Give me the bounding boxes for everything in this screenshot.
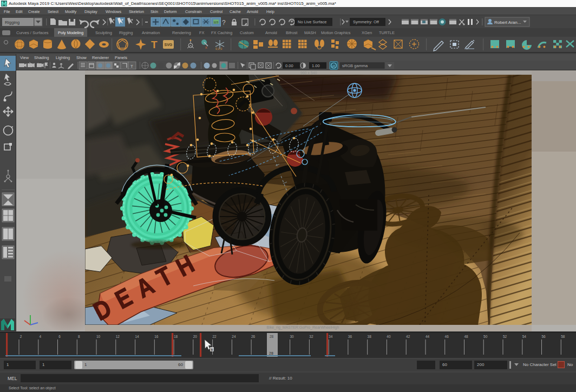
svg-text:28: 28 bbox=[269, 351, 273, 355]
svg-text:4: 4 bbox=[39, 335, 41, 338]
svg-text:58: 58 bbox=[561, 335, 565, 338]
svg-text:28: 28 bbox=[270, 335, 274, 338]
svg-text:+: + bbox=[37, 61, 39, 64]
svg-text:32: 32 bbox=[309, 335, 313, 338]
svg-text:6: 6 bbox=[58, 335, 61, 338]
svg-text:10: 10 bbox=[96, 335, 101, 338]
svg-text:50: 50 bbox=[483, 335, 488, 338]
svg-text:26: 26 bbox=[251, 335, 256, 338]
svg-text:18: 18 bbox=[174, 335, 178, 338]
svg-text:B: B bbox=[211, 348, 213, 351]
svg-text:Rigging: Rigging bbox=[5, 20, 19, 25]
svg-text:Symmetry: Off: Symmetry: Off bbox=[353, 19, 379, 24]
svg-text:14: 14 bbox=[135, 335, 139, 338]
svg-text:56: 56 bbox=[541, 335, 546, 338]
svg-text:44: 44 bbox=[426, 335, 430, 338]
svg-text:24: 24 bbox=[232, 335, 236, 338]
svg-text:T: T bbox=[151, 39, 158, 50]
svg-text:40: 40 bbox=[387, 335, 391, 338]
svg-text:52: 52 bbox=[503, 335, 507, 338]
svg-text:48: 48 bbox=[464, 335, 468, 338]
svg-text:SVG: SVG bbox=[165, 43, 173, 47]
svg-text:16: 16 bbox=[154, 335, 159, 338]
svg-text:0.00: 0.00 bbox=[285, 63, 293, 68]
svg-text:0,0,0: 0,0,0 bbox=[215, 47, 222, 50]
svg-text:20: 20 bbox=[193, 335, 198, 338]
svg-text:2: 2 bbox=[20, 335, 22, 338]
svg-text:x: x bbox=[205, 45, 207, 49]
svg-text:T: T bbox=[130, 64, 133, 69]
svg-text:38: 38 bbox=[368, 335, 372, 338]
svg-text:22: 22 bbox=[212, 335, 217, 338]
svg-text:8: 8 bbox=[78, 335, 80, 338]
svg-text:1.00: 1.00 bbox=[312, 63, 320, 68]
svg-text:30: 30 bbox=[290, 335, 294, 338]
svg-text:54: 54 bbox=[522, 335, 527, 338]
svg-text:46: 46 bbox=[445, 335, 449, 338]
svg-text:34: 34 bbox=[329, 335, 333, 338]
svg-text:42: 42 bbox=[406, 335, 410, 338]
svg-text:Robert Aran...: Robert Aran... bbox=[494, 20, 521, 25]
svg-text:sR: sR bbox=[332, 64, 336, 68]
svg-text:36: 36 bbox=[348, 335, 352, 338]
svg-text:?: ? bbox=[222, 19, 226, 27]
svg-text:No Live Surface: No Live Surface bbox=[298, 19, 326, 24]
svg-text:sRGB gamma: sRGB gamma bbox=[342, 63, 368, 68]
svg-text:12: 12 bbox=[116, 335, 120, 338]
svg-text:123: 123 bbox=[214, 21, 219, 24]
